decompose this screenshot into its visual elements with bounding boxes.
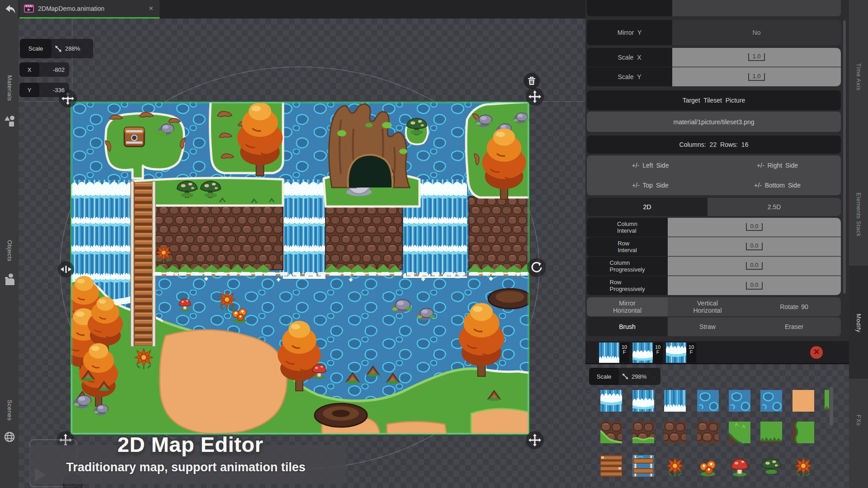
row-progressively-field[interactable]: 0.0 [668,276,841,295]
shapes-icon[interactable] [4,115,15,127]
palette-tile-water[interactable] [760,390,782,412]
sidebar-item-scenes[interactable]: Scenes [0,393,19,427]
palette-tile-bridge-h[interactable] [600,455,622,477]
cliff-right [469,197,529,276]
waterfall-top-icon [666,343,686,363]
sidebar-item-objects[interactable]: Objects [0,233,19,269]
mirror-horizontal-button[interactable]: Mirror Horizontal [587,297,668,316]
globe-icon[interactable] [4,432,15,442]
palette-tile-clipped[interactable] [825,390,829,412]
resize-diagonal-icon [622,373,629,380]
animation-frame[interactable]: 10F [632,343,663,363]
animation-frame[interactable]: 10F [599,343,629,363]
vertical-horizontal-button[interactable]: Vertical Horizontal [668,297,747,316]
tab-active-underline [19,17,160,19]
palette-tile-bridge-v[interactable] [632,455,654,477]
palette-tile-waterfall-base[interactable] [664,390,686,412]
target-tileset-header: Target Tileset Picture [587,90,841,110]
panel-scrollbar[interactable] [843,20,846,294]
canvas-scale-control[interactable]: Scale 288% [20,39,93,58]
palette-tile-waterfall-mid[interactable] [632,390,654,412]
back-arrow-icon [3,4,16,15]
canvas-x-control[interactable]: X -802 [19,62,69,77]
palette-scale-value: 298% [632,373,646,380]
width-resize-handle[interactable] [58,261,74,277]
row-interval-field[interactable]: 0.0 [668,237,841,256]
right-landmass [466,102,529,199]
back-button[interactable] [0,0,19,19]
waterfall-mid-icon [632,343,653,363]
log-nest [488,289,529,309]
palette-tile-dirt-grass-corner[interactable] [600,422,622,443]
brush-tool-button[interactable]: Brush [587,317,668,336]
rotate-handle[interactable] [527,258,546,277]
palette-tile-water[interactable] [729,390,750,412]
palette-tile-dirt[interactable] [664,422,686,443]
trash-icon [528,76,536,85]
map-object[interactable] [71,102,529,435]
clipped-row-label [587,0,672,16]
palette-tile-sand[interactable] [793,390,814,412]
eraser-tool-button[interactable]: Eraser [747,317,841,336]
animation-frame[interactable]: 10F [666,343,696,363]
tab-elements-stack[interactable]: Elements Stack [849,176,868,253]
palette-tile-flower-big[interactable] [664,455,686,477]
move-handle-bottom-right[interactable] [526,431,544,449]
palette-tile-flower-big[interactable] [793,455,814,477]
palette-scale-label: Scale [589,368,619,385]
palette-tile-waterfall-top[interactable] [600,390,622,412]
map-canvas[interactable]: Scale 288% X -802 Y -336 2D Map Editor T… [19,19,585,488]
palette-tile-umbrella-tree[interactable] [760,455,782,477]
palette-tile-flower-small[interactable] [697,455,719,477]
chest [124,127,144,146]
palette-tile-dirt-grass-bottom[interactable] [632,422,654,443]
tab-bar: 2DMapDemo.animation × [19,0,585,19]
delete-frames-button[interactable]: ✕ [810,346,823,359]
palette-tile-grass-dirt-left[interactable] [793,422,814,443]
palette-tile-dirt[interactable] [697,422,719,443]
palette-tile-grass-tufts[interactable] [760,422,782,443]
tileset-palette: Scale 298% [585,364,849,488]
scale-x-field[interactable]: 1.0 [672,48,841,67]
palette-tile-mushroom[interactable] [729,455,750,477]
canvas-y-control[interactable]: Y -336 [19,83,69,97]
close-circle-icon: ✕ [813,347,820,357]
tab-title: 2DMapDemo.animation [38,5,147,12]
scale-y-field[interactable]: 1.0 [672,67,841,86]
scale-y-label: Scale Y [587,67,672,86]
waterfall-center [283,179,326,279]
tab-2d[interactable]: 2D [587,198,708,216]
bridge [131,181,156,347]
log-nest [315,404,367,427]
column-progressively-field[interactable]: 0.0 [668,257,841,276]
scale-x-label: Scale X [587,48,672,67]
top-side-button[interactable]: +/- Top Side [587,175,714,195]
grid-info: Columns: 22 Rows: 16 [587,136,841,154]
palette-tile-grass-dirt-corner[interactable] [729,422,750,443]
target-tileset-path[interactable]: material/1picture/tileset3.png [587,112,841,132]
mirror-y-value[interactable]: No [672,20,841,45]
delete-map-button[interactable] [524,73,540,89]
right-side-button[interactable]: +/- Right Side [714,155,841,175]
tab-modify[interactable]: Modify [849,305,868,341]
y-label: Y [19,83,39,97]
rotate-90-button[interactable]: Rotate 90 [747,297,841,316]
column-interval-label: Column Interval [587,218,668,237]
tab-fxs[interactable]: FXs [849,407,868,434]
side-buttons: +/- Left Side +/- Right Side +/- Top Sid… [587,155,841,195]
y-value: -336 [39,87,69,94]
move-handle-top-right[interactable] [526,88,544,106]
palette-scrollbar[interactable] [830,387,833,426]
straw-tool-button[interactable]: Straw [668,317,747,336]
sidebar-item-materials[interactable]: Materials [0,68,19,108]
palette-tile-water[interactable] [697,390,719,412]
person-icon[interactable] [4,273,15,285]
tab-time-axis[interactable]: Time Axis [849,54,868,99]
column-interval-field[interactable]: 0.0 [668,218,841,237]
left-side-button[interactable]: +/- Left Side [587,155,714,175]
palette-scale-control[interactable]: Scale 298% [589,368,660,385]
tab-2-5d[interactable]: 2.5D [708,198,841,216]
tab-close-icon[interactable]: × [147,4,155,13]
bottom-side-button[interactable]: +/- Bottom Side [714,175,841,195]
tab-2dmapdemo[interactable]: 2DMapDemo.animation × [19,0,160,17]
